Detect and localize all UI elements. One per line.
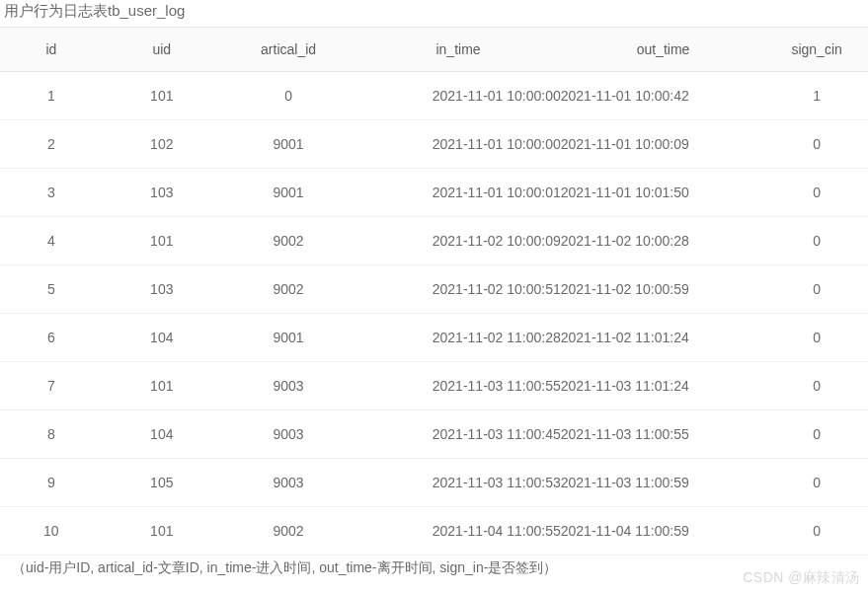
cell-sign-cin: 0 <box>765 217 868 265</box>
cell-out-time: 2021-11-03 11:01:24 <box>561 362 765 410</box>
cell-artical-id: 9003 <box>221 459 355 507</box>
cell-sign-cin: 1 <box>765 72 868 120</box>
table-row: 1 101 0 2021-11-01 10:00:00 2021-11-01 1… <box>0 72 868 120</box>
cell-sign-cin: 0 <box>765 507 868 556</box>
user-log-table: id uid artical_id in_time out_time sign_… <box>0 27 868 556</box>
cell-artical-id: 9002 <box>221 217 355 265</box>
cell-sign-cin: 0 <box>765 459 868 507</box>
cell-artical-id: 9003 <box>221 362 355 410</box>
table-row: 4 101 9002 2021-11-02 10:00:09 2021-11-0… <box>0 217 868 265</box>
cell-sign-cin: 0 <box>765 120 868 169</box>
col-header-uid: uid <box>103 28 221 72</box>
cell-artical-id: 9001 <box>221 120 355 169</box>
cell-in-time: 2021-11-04 11:00:55 <box>355 507 560 556</box>
cell-id: 5 <box>0 265 103 314</box>
cell-uid: 104 <box>103 410 221 459</box>
table-row: 8 104 9003 2021-11-03 11:00:45 2021-11-0… <box>0 410 868 459</box>
cell-id: 9 <box>0 459 103 507</box>
cell-uid: 101 <box>103 507 221 556</box>
cell-in-time: 2021-11-02 10:00:09 <box>355 217 560 265</box>
cell-in-time: 2021-11-02 10:00:51 <box>355 265 560 314</box>
table-row: 2 102 9001 2021-11-01 10:00:00 2021-11-0… <box>0 120 868 169</box>
col-header-id: id <box>0 28 103 72</box>
cell-uid: 103 <box>103 169 221 217</box>
cell-sign-cin: 0 <box>765 410 868 459</box>
col-header-out-time: out_time <box>561 28 765 72</box>
cell-uid: 101 <box>103 217 221 265</box>
cell-in-time: 2021-11-01 10:00:01 <box>355 169 560 217</box>
cell-uid: 101 <box>103 72 221 120</box>
col-header-in-time: in_time <box>355 28 560 72</box>
table-row: 3 103 9001 2021-11-01 10:00:01 2021-11-0… <box>0 169 868 217</box>
col-header-sign-cin: sign_cin <box>765 28 868 72</box>
cell-uid: 103 <box>103 265 221 314</box>
cell-artical-id: 9003 <box>221 410 355 459</box>
cell-out-time: 2021-11-01 10:00:09 <box>561 120 765 169</box>
cell-uid: 101 <box>103 362 221 410</box>
cell-id: 1 <box>0 72 103 120</box>
table-row: 9 105 9003 2021-11-03 11:00:53 2021-11-0… <box>0 459 868 507</box>
cell-artical-id: 9001 <box>221 314 355 362</box>
cell-sign-cin: 0 <box>765 314 868 362</box>
cell-in-time: 2021-11-03 11:00:45 <box>355 410 560 459</box>
cell-artical-id: 9001 <box>221 169 355 217</box>
table-row: 5 103 9002 2021-11-02 10:00:51 2021-11-0… <box>0 265 868 314</box>
cell-out-time: 2021-11-03 11:00:55 <box>561 410 765 459</box>
cell-out-time: 2021-11-01 10:01:50 <box>561 169 765 217</box>
cell-in-time: 2021-11-02 11:00:28 <box>355 314 560 362</box>
cell-sign-cin: 0 <box>765 265 868 314</box>
cell-out-time: 2021-11-04 11:00:59 <box>561 507 765 556</box>
cell-in-time: 2021-11-03 11:00:55 <box>355 362 560 410</box>
cell-id: 8 <box>0 410 103 459</box>
cell-out-time: 2021-11-03 11:00:59 <box>561 459 765 507</box>
table-row: 6 104 9001 2021-11-02 11:00:28 2021-11-0… <box>0 314 868 362</box>
cell-out-time: 2021-11-02 10:00:59 <box>561 265 765 314</box>
cell-id: 3 <box>0 169 103 217</box>
cell-in-time: 2021-11-01 10:00:00 <box>355 72 560 120</box>
cell-sign-cin: 0 <box>765 362 868 410</box>
cell-uid: 102 <box>103 120 221 169</box>
cell-out-time: 2021-11-02 11:01:24 <box>561 314 765 362</box>
cell-in-time: 2021-11-03 11:00:53 <box>355 459 560 507</box>
cell-id: 10 <box>0 507 103 556</box>
table-title: 用户行为日志表tb_user_log <box>0 0 868 27</box>
cell-id: 6 <box>0 314 103 362</box>
table-row: 10 101 9002 2021-11-04 11:00:55 2021-11-… <box>0 507 868 556</box>
cell-uid: 105 <box>103 459 221 507</box>
footer-legend: （uid-用户ID, artical_id-文章ID, in_time-进入时间… <box>0 556 868 577</box>
table-body: 1 101 0 2021-11-01 10:00:00 2021-11-01 1… <box>0 72 868 556</box>
table-header-row: id uid artical_id in_time out_time sign_… <box>0 28 868 72</box>
col-header-artical-id: artical_id <box>221 28 355 72</box>
cell-artical-id: 9002 <box>221 507 355 556</box>
cell-artical-id: 9002 <box>221 265 355 314</box>
cell-id: 7 <box>0 362 103 410</box>
cell-uid: 104 <box>103 314 221 362</box>
cell-id: 4 <box>0 217 103 265</box>
cell-out-time: 2021-11-01 10:00:42 <box>561 72 765 120</box>
cell-out-time: 2021-11-02 10:00:28 <box>561 217 765 265</box>
cell-in-time: 2021-11-01 10:00:00 <box>355 120 560 169</box>
cell-artical-id: 0 <box>221 72 355 120</box>
cell-id: 2 <box>0 120 103 169</box>
cell-sign-cin: 0 <box>765 169 868 217</box>
table-row: 7 101 9003 2021-11-03 11:00:55 2021-11-0… <box>0 362 868 410</box>
